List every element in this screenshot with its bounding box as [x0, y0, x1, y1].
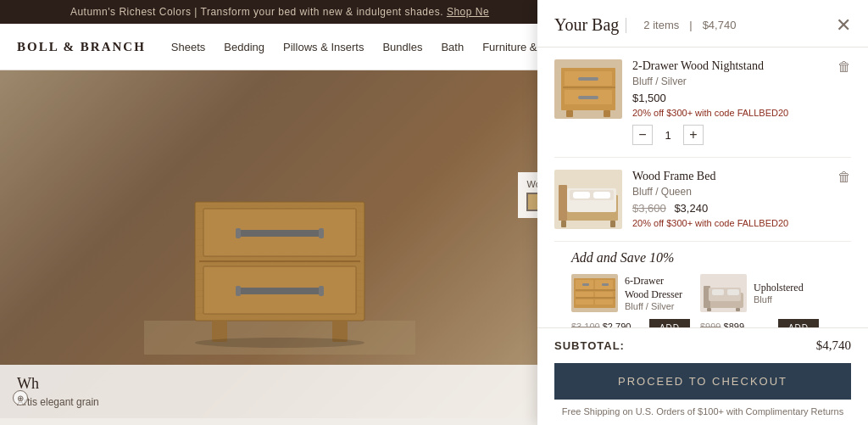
divider — [626, 18, 626, 33]
subtotal-row: SUBTOTAL: $4,740 — [537, 327, 868, 363]
add-save-price-new-upholstered: $899 — [724, 322, 744, 328]
svg-rect-50 — [712, 289, 724, 295]
product-desc: Artis elegant grain — [17, 396, 542, 408]
free-shipping-text: Free Shipping on U.S. Orders of $100+ wi… — [537, 406, 868, 425]
add-save-img-upholstered — [700, 274, 747, 312]
add-upholstered-button[interactable]: ADD — [778, 319, 819, 327]
cart-item-img-nightstand — [554, 59, 622, 119]
add-save-bottom-dresser: $3,100 $2,790 ADD — [571, 316, 690, 327]
add-save-price-struck-dresser: $3,100 — [571, 322, 600, 328]
svg-rect-30 — [573, 192, 590, 199]
svg-rect-41 — [602, 283, 609, 286]
page-background: Autumn's Richest Colors | Transform your… — [0, 0, 559, 425]
qty-increase-nightstand[interactable]: + — [683, 125, 704, 145]
svg-rect-32 — [561, 221, 566, 227]
cart-item-variant-nightstand: Bluff / Silver — [632, 75, 827, 87]
add-save-price-struck-upholstered: $999 — [700, 322, 721, 328]
svg-rect-22 — [578, 96, 598, 99]
nav-bundles[interactable]: Bundles — [382, 41, 422, 53]
checkout-button[interactable]: PROCEED TO CHECKOUT — [554, 363, 851, 400]
cart-item-details-bed: Wood Frame Bed Bluff / Queen $3,600 $3,2… — [632, 170, 827, 228]
svg-rect-40 — [582, 283, 589, 286]
logo[interactable]: BOLL & BRANCH — [17, 40, 146, 54]
add-save-item-top-upholstered: Upholstered Bluff — [700, 274, 819, 312]
add-save-items: 6-Drawer Wood Dresser Bluff / Silver $3,… — [571, 274, 834, 327]
zoom-indicator[interactable]: ⊕ — [13, 390, 28, 405]
cart-item-price-struck-bed: $3,600 — [632, 202, 666, 215]
cart-item-discount-bed: 20% off $300+ with code FALLBED20 — [632, 218, 827, 228]
product-title: Wh — [17, 375, 542, 393]
nav-links: Sheets Bedding Pillows & Inserts Bundles… — [171, 41, 559, 53]
cart-item-price-bed: $3,600 $3,240 — [632, 202, 827, 215]
add-dresser-button[interactable]: ADD — [649, 319, 690, 327]
cart-item-variant-bed: Bluff / Queen — [632, 186, 827, 198]
qty-value-nightstand: 1 — [661, 129, 675, 142]
nav-bedding[interactable]: Bedding — [224, 41, 264, 53]
nav-bath[interactable]: Bath — [441, 41, 464, 53]
cart-panel: Your Bag 2 items | $4,740 ✕ 2 — [537, 0, 868, 425]
add-save-variant-upholstered: Bluff — [754, 294, 819, 305]
subtotal-label: SUBTOTAL: — [554, 339, 625, 352]
add-save-price-new-dresser: $2,790 — [603, 322, 632, 328]
svg-rect-27 — [559, 185, 567, 221]
svg-rect-44 — [576, 299, 593, 305]
product-image-area: Wood Wh Artis elegant grain ⊕ — [0, 70, 559, 418]
product-desc-strip: Wh Artis elegant grain — [0, 365, 559, 418]
cart-item-count: 2 items — [643, 19, 679, 31]
cart-items-list: 2-Drawer Wood Nightstand Bluff / Silver … — [537, 48, 868, 327]
cart-item-delete-nightstand[interactable]: 🗑 — [837, 59, 851, 75]
cart-item-img-bed — [554, 170, 622, 229]
add-save-item-top-dresser: 6-Drawer Wood Dresser Bluff / Silver — [571, 274, 690, 312]
svg-rect-20 — [578, 77, 598, 81]
svg-rect-52 — [707, 308, 711, 311]
svg-rect-42 — [576, 292, 593, 297]
add-save-img-dresser — [571, 274, 618, 312]
add-save-details-upholstered: Upholstered Bluff — [754, 282, 819, 305]
announcement-bar: Autumn's Richest Colors | Transform your… — [0, 0, 559, 24]
cart-item-details-nightstand: 2-Drawer Wood Nightstand Bluff / Silver … — [632, 59, 827, 145]
nav-pillows[interactable]: Pillows & Inserts — [283, 41, 364, 53]
cart-item-name-bed: Wood Frame Bed — [632, 170, 827, 183]
cart-item-bed: Wood Frame Bed Bluff / Queen $3,600 $3,2… — [554, 158, 851, 242]
add-save-item-dresser: 6-Drawer Wood Dresser Bluff / Silver $3,… — [571, 274, 690, 327]
cart-header: Your Bag 2 items | $4,740 ✕ — [537, 0, 868, 48]
add-save-item-upholstered: Upholstered Bluff $999 $899 ADD — [700, 274, 819, 327]
add-save-prices-dresser: $3,100 $2,790 — [571, 322, 631, 328]
cart-header-left: Your Bag 2 items | $4,740 — [554, 15, 736, 35]
svg-rect-45 — [595, 299, 613, 305]
svg-rect-24 — [604, 110, 610, 117]
svg-rect-31 — [593, 192, 610, 199]
add-save-section: Add and Save 10% — [554, 242, 851, 327]
nav-sheets[interactable]: Sheets — [171, 41, 205, 53]
svg-rect-51 — [727, 289, 739, 295]
cart-item-price-nightstand: $1,500 — [632, 92, 827, 104]
add-save-name-dresser: 6-Drawer Wood Dresser — [625, 275, 690, 301]
cart-total-header: $4,740 — [703, 19, 737, 31]
announcement-link[interactable]: Shop Ne — [447, 6, 489, 18]
navigation: BOLL & BRANCH Sheets Bedding Pillows & I… — [0, 24, 559, 70]
svg-rect-23 — [566, 110, 573, 117]
add-save-name-upholstered: Upholstered — [754, 282, 819, 295]
qty-decrease-nightstand[interactable]: − — [632, 125, 653, 145]
cart-item-price-new-bed: $3,240 — [674, 202, 708, 215]
cart-item-name-nightstand: 2-Drawer Wood Nightstand — [632, 59, 827, 73]
svg-rect-33 — [610, 221, 615, 227]
add-save-variant-dresser: Bluff / Silver — [625, 301, 690, 311]
cart-title: Your Bag — [554, 15, 619, 35]
svg-rect-43 — [595, 292, 613, 297]
add-save-title: Add and Save 10% — [571, 250, 834, 266]
add-save-prices-upholstered: $999 $899 — [700, 322, 744, 328]
cart-item-nightstand: 2-Drawer Wood Nightstand Bluff / Silver … — [554, 48, 851, 158]
add-save-bottom-upholstered: $999 $899 ADD — [700, 316, 819, 327]
qty-control-nightstand: − 1 + — [632, 125, 827, 145]
add-save-details-dresser: 6-Drawer Wood Dresser Bluff / Silver — [625, 275, 690, 311]
cart-close-button[interactable]: ✕ — [836, 16, 851, 35]
cart-item-discount-nightstand: 20% off $300+ with code FALLBED20 — [632, 108, 827, 118]
announcement-text: Autumn's Richest Colors | Transform your… — [70, 6, 443, 18]
svg-rect-53 — [736, 308, 740, 311]
subtotal-value: $4,740 — [816, 338, 851, 353]
cart-divider-pipe: | — [689, 19, 692, 31]
cart-item-delete-bed[interactable]: 🗑 — [837, 170, 851, 185]
